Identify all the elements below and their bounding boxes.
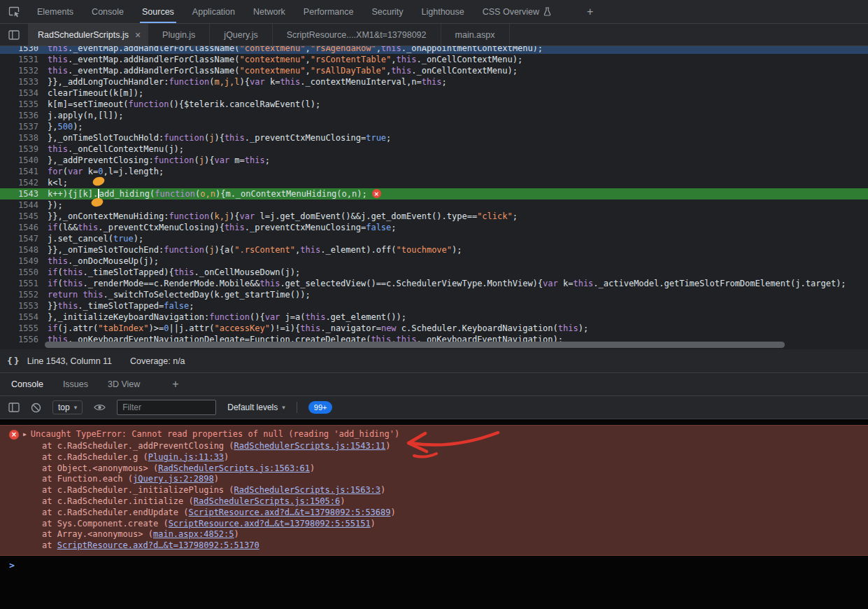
- add-drawer-tab-button[interactable]: +: [165, 373, 185, 396]
- stack-frame-link[interactable]: RadSchedulerScripts.js:1563:61: [158, 463, 310, 473]
- line-code[interactable]: clearTimeout(k[m]);: [38, 88, 143, 98]
- line-code[interactable]: j.apply(n,[l]);: [38, 111, 123, 120]
- line-number[interactable]: 1542: [0, 177, 38, 188]
- toggle-navigator-icon[interactable]: [0, 24, 28, 46]
- line-code[interactable]: }},_addLongTouchHandler:function(m,j,l){…: [38, 77, 447, 87]
- line-number[interactable]: 1535: [0, 99, 38, 110]
- drawer-tab-console[interactable]: Console: [1, 373, 53, 396]
- line-code[interactable]: });: [38, 200, 63, 210]
- tab-network[interactable]: Network: [244, 0, 294, 23]
- code-line-1553: 1553}}this._timeSlotTapped=false;: [0, 300, 868, 312]
- line-code[interactable]: return this._switchToSelectedDay(k.get_s…: [38, 290, 311, 300]
- line-code[interactable]: },_addPreventClosing:function(j){var m=t…: [38, 155, 270, 165]
- line-code[interactable]: },500);: [38, 122, 83, 132]
- line-code[interactable]: k++){j[k].add_hiding(function(o,n){m._on…: [38, 189, 381, 199]
- pretty-print-button[interactable]: {}: [7, 356, 21, 366]
- code-token: this: [280, 77, 300, 87]
- line-number[interactable]: 1536: [0, 110, 38, 121]
- tab-css-overview[interactable]: CSS Overview: [474, 0, 560, 23]
- line-code[interactable]: this._onCellContextMenu(j);: [38, 144, 184, 154]
- line-number[interactable]: 1548: [0, 244, 38, 255]
- stack-frame-link[interactable]: ScriptResource.axd?d…&t=13798092:5:51370: [57, 540, 259, 550]
- line-code[interactable]: if(l&&this._preventCtxMenuClosing){this.…: [38, 223, 397, 232]
- line-code[interactable]: if(this._renderMode==c.RenderMode.Mobile…: [38, 279, 846, 288]
- line-code[interactable]: },_initializeKeyboardNavigation:function…: [38, 312, 406, 322]
- tab-lighthouse[interactable]: Lighthouse: [413, 0, 474, 23]
- context-selector-dropdown[interactable]: top ▾: [52, 400, 83, 414]
- line-code[interactable]: k[m]=setTimeout(function(){$telerik.canc…: [38, 99, 320, 109]
- line-code[interactable]: j.set_cancel(true);: [38, 234, 143, 244]
- tab-sources[interactable]: Sources: [133, 0, 183, 23]
- more-panels-button[interactable]: +: [578, 0, 602, 23]
- line-number[interactable]: 1551: [0, 278, 38, 289]
- stack-frame-link[interactable]: ScriptResource.axd?d…&t=13798092:5:55151: [169, 519, 371, 528]
- line-number[interactable]: 1540: [0, 155, 38, 166]
- tab-performance[interactable]: Performance: [294, 0, 363, 23]
- stack-frame-link[interactable]: jQuery.js:2:2898: [133, 474, 214, 484]
- line-number[interactable]: 1550: [0, 267, 38, 278]
- line-number[interactable]: 1546: [0, 222, 38, 233]
- line-number[interactable]: 1547: [0, 233, 38, 244]
- stack-frame-link[interactable]: RadSchedulerScripts.js:1563:3: [234, 485, 381, 495]
- drawer-tab-issues[interactable]: Issues: [53, 373, 98, 396]
- stack-frame-link[interactable]: main.aspx:4852:5: [153, 529, 234, 539]
- tab-application[interactable]: Application: [183, 0, 244, 23]
- line-code[interactable]: this._eventMap.addHandlerForClassName("c…: [38, 55, 522, 64]
- tab-elements[interactable]: Elements: [28, 0, 83, 23]
- line-number[interactable]: 1534: [0, 88, 38, 99]
- line-number[interactable]: 1541: [0, 166, 38, 177]
- line-number[interactable]: 1545: [0, 211, 38, 222]
- filter-input[interactable]: [117, 400, 216, 415]
- line-number[interactable]: 1553: [0, 300, 38, 312]
- line-number[interactable]: 1543: [0, 188, 38, 200]
- line-number[interactable]: 1539: [0, 144, 38, 155]
- line-number[interactable]: 1538: [0, 132, 38, 144]
- file-tab-plugin-js[interactable]: Plugin.js: [148, 24, 210, 46]
- file-tab-scriptresource-xm1-t-13798092[interactable]: ScriptResource....XM1&t=13798092: [273, 24, 441, 46]
- expand-triangle-icon[interactable]: ▶: [23, 428, 27, 440]
- line-code[interactable]: }}this._timeSlotTapped=false;: [38, 301, 194, 311]
- line-number[interactable]: 1549: [0, 255, 38, 267]
- horizontal-scrollbar[interactable]: [0, 342, 868, 348]
- line-code[interactable]: this._eventMap.addHandlerForClassName("c…: [38, 66, 518, 76]
- tab-console[interactable]: Console: [83, 0, 133, 23]
- line-number[interactable]: 1530: [0, 46, 38, 54]
- stack-frame-link[interactable]: Plugin.js:11:33: [148, 452, 224, 462]
- line-number[interactable]: 1554: [0, 312, 38, 323]
- line-number[interactable]: 1533: [0, 76, 38, 88]
- line-code[interactable]: },_onTimeSlotTouchHold:function(j){this.…: [38, 133, 391, 143]
- file-tab-jquery-js[interactable]: jQuery.js: [210, 24, 272, 46]
- line-number[interactable]: 1555: [0, 323, 38, 334]
- line-number[interactable]: 1531: [0, 54, 38, 65]
- line-number[interactable]: 1544: [0, 200, 38, 211]
- line-number[interactable]: 1532: [0, 65, 38, 76]
- line-code[interactable]: this._eventMap.addHandlerForClassName("c…: [38, 46, 543, 53]
- issues-count-badge[interactable]: 99+: [308, 401, 333, 414]
- stack-frame-link[interactable]: ScriptResource.axd?d…&t=13798092:5:53689: [189, 507, 391, 517]
- line-code[interactable]: if(j.attr("tabIndex")>=0||j.attr("access…: [38, 323, 588, 333]
- eye-icon[interactable]: [94, 403, 106, 412]
- scrollbar-thumb[interactable]: [45, 342, 785, 348]
- line-code[interactable]: for(var k=0,l=j.length;: [38, 167, 164, 176]
- stack-frame-link[interactable]: RadSchedulerScripts.js:1543:11: [234, 441, 386, 451]
- tab-label: Network: [253, 7, 285, 17]
- log-levels-dropdown[interactable]: Default levels ▾: [227, 402, 285, 412]
- file-tab-main-aspx[interactable]: main.aspx: [441, 24, 510, 46]
- line-code[interactable]: k<l;: [38, 178, 68, 188]
- stack-frame-link[interactable]: RadSchedulerScripts.js:1505:6: [194, 496, 341, 506]
- clear-console-icon[interactable]: [31, 402, 41, 413]
- line-number[interactable]: 1552: [0, 289, 38, 300]
- line-code[interactable]: this._onDocMouseUp(j);: [38, 256, 159, 266]
- console-sidebar-icon[interactable]: [8, 402, 20, 412]
- code-token: );: [578, 323, 588, 333]
- line-code[interactable]: }},_onTimeSlotTouchEnd:function(j){a(".r…: [38, 245, 462, 255]
- drawer-tab-3d-view[interactable]: 3D View: [98, 373, 150, 396]
- line-number[interactable]: 1537: [0, 121, 38, 132]
- close-tab-icon[interactable]: ×: [135, 30, 141, 40]
- line-code[interactable]: }},_onContextMenuHiding:function(k,j){va…: [38, 211, 518, 221]
- tab-security[interactable]: Security: [362, 0, 412, 23]
- line-code[interactable]: if(this._timeSlotTapped){this._onCellMou…: [38, 267, 300, 277]
- file-tab-radschedulerscripts-js[interactable]: RadSchedulerScripts.js×: [28, 24, 148, 46]
- inspect-icon[interactable]: [0, 0, 28, 23]
- console-prompt[interactable]: >: [0, 560, 868, 570]
